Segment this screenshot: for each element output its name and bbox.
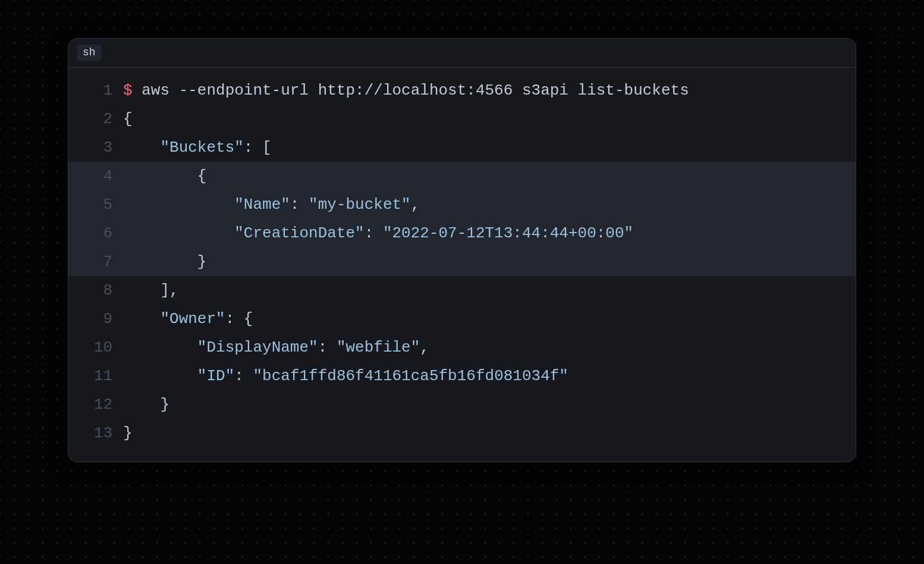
line-content: }: [123, 390, 856, 419]
code-line: 1 $ aws --endpoint-url http://localhost:…: [68, 76, 856, 105]
json-key-name: "Name": [234, 196, 290, 214]
json-value-display-name: "webfile": [337, 339, 420, 356]
json-key-owner: "Owner": [160, 310, 225, 328]
code-block: 1 $ aws --endpoint-url http://localhost:…: [68, 68, 856, 462]
line-number: 3: [68, 133, 123, 162]
code-card: sh 1 $ aws --endpoint-url http://localho…: [68, 38, 856, 462]
line-content: {: [123, 162, 856, 190]
code-line: 9 "Owner": {: [68, 305, 856, 333]
language-badge: sh: [77, 45, 102, 61]
line-content: "CreationDate": "2022-07-12T13:44:44+00:…: [123, 219, 856, 247]
line-content: "ID": "bcaf1ffd86f41161ca5fb16fd081034f": [123, 362, 856, 390]
code-card-header: sh: [68, 39, 856, 68]
line-number: 5: [68, 190, 123, 219]
code-line: 2 {: [68, 105, 856, 133]
line-content: "Owner": {: [123, 305, 856, 333]
code-line: 3 "Buckets": [: [68, 133, 856, 162]
line-number: 12: [68, 390, 123, 419]
code-line: 5 "Name": "my-bucket",: [68, 190, 856, 219]
shell-command: aws --endpoint-url http://localhost:4566…: [142, 82, 689, 99]
line-content: }: [123, 247, 856, 276]
line-number: 8: [68, 276, 123, 305]
json-key-id: "ID": [197, 367, 234, 385]
line-content: $ aws --endpoint-url http://localhost:45…: [123, 76, 856, 105]
json-key-creation-date: "CreationDate": [234, 224, 364, 242]
json-key-display-name: "DisplayName": [197, 339, 318, 356]
line-number: 10: [68, 333, 123, 362]
line-number: 4: [68, 162, 123, 190]
code-line: 12 }: [68, 390, 856, 419]
line-number: 9: [68, 305, 123, 333]
code-line: 4 {: [68, 162, 856, 190]
json-value-id: "bcaf1ffd86f41161ca5fb16fd081034f": [253, 367, 568, 385]
line-number: 13: [68, 419, 123, 447]
line-number: 7: [68, 247, 123, 276]
prompt-symbol: $: [123, 82, 133, 99]
line-content: "Name": "my-bucket",: [123, 190, 856, 219]
json-value-creation-date: "2022-07-12T13:44:44+00:00": [383, 224, 633, 242]
line-content: }: [123, 419, 856, 447]
line-number: 11: [68, 362, 123, 390]
code-line: 6 "CreationDate": "2022-07-12T13:44:44+0…: [68, 219, 856, 247]
line-number: 1: [68, 76, 123, 105]
json-value-name: "my-bucket": [309, 196, 411, 214]
line-number: 2: [68, 105, 123, 133]
code-line: 7 }: [68, 247, 856, 276]
code-line: 8 ],: [68, 276, 856, 305]
line-content: "Buckets": [: [123, 133, 856, 162]
line-content: {: [123, 105, 856, 133]
code-line: 11 "ID": "bcaf1ffd86f41161ca5fb16fd08103…: [68, 362, 856, 390]
line-number: 6: [68, 219, 123, 247]
line-content: "DisplayName": "webfile",: [123, 333, 856, 362]
line-content: ],: [123, 276, 856, 305]
code-line: 13 }: [68, 419, 856, 447]
code-line: 10 "DisplayName": "webfile",: [68, 333, 856, 362]
json-key-buckets: "Buckets": [160, 139, 243, 156]
